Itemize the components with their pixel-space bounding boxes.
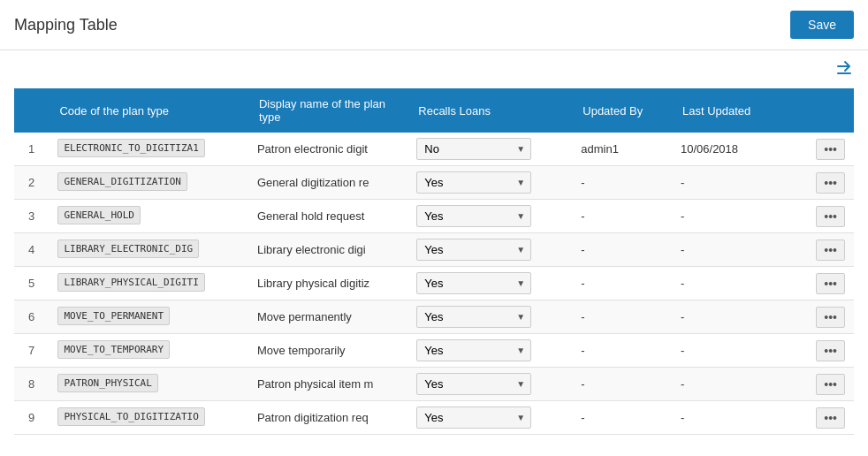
row-display-name: General digitization re (248, 166, 407, 200)
row-recalls[interactable]: NoYes▼ (407, 233, 572, 267)
row-code: PHYSICAL_TO_DIGITIZATIO (49, 401, 247, 435)
row-last-updated: - (672, 200, 802, 233)
table-row: 7MOVE_TO_TEMPORARYMove temporarilyNoYes▼… (14, 334, 854, 368)
row-updated-by: - (572, 267, 672, 300)
col-header-recalls: Recalls Loans (407, 88, 572, 133)
row-updated-by: - (572, 334, 672, 368)
row-actions[interactable]: ••• (802, 233, 854, 267)
row-menu-button[interactable]: ••• (816, 407, 845, 429)
row-actions[interactable]: ••• (802, 300, 854, 334)
row-recalls[interactable]: NoYes▼ (407, 200, 572, 233)
recalls-select[interactable]: NoYes (417, 206, 530, 226)
save-button[interactable]: Save (790, 11, 854, 39)
row-recalls[interactable]: NoYes▼ (407, 300, 572, 334)
code-badge: PATRON_PHYSICAL (57, 374, 157, 392)
row-code: LIBRARY_PHYSICAL_DIGITI (49, 267, 247, 300)
row-recalls[interactable]: NoYes▼ (407, 334, 572, 368)
row-code: MOVE_TO_PERMANENT (49, 300, 247, 334)
row-actions[interactable]: ••• (802, 368, 854, 401)
recalls-select[interactable]: NoYes (417, 307, 530, 327)
code-badge: LIBRARY_ELECTRONIC_DIG (57, 239, 199, 258)
row-menu-button[interactable]: ••• (816, 139, 845, 160)
col-header-code: Code of the plan type (49, 88, 247, 133)
row-display-name: Patron electronic digit (248, 133, 407, 166)
row-display-name: Patron physical item m (248, 368, 407, 401)
recalls-select[interactable]: NoYes (417, 139, 530, 159)
row-actions[interactable]: ••• (802, 267, 854, 300)
row-num: 5 (14, 267, 49, 300)
row-code: ELECTRONIC_TO_DIGITIZA1 (49, 133, 247, 166)
row-last-updated: - (672, 334, 802, 368)
recalls-select[interactable]: NoYes (417, 374, 530, 394)
row-last-updated: - (672, 267, 802, 300)
table-row: 3GENERAL_HOLDGeneral hold requestNoYes▼-… (14, 200, 854, 233)
row-recalls[interactable]: NoYes▼ (407, 401, 572, 435)
row-actions[interactable]: ••• (802, 133, 854, 166)
recalls-select[interactable]: NoYes (417, 340, 530, 361)
row-num: 2 (14, 166, 49, 200)
row-updated-by: - (572, 300, 672, 334)
table-row: 9PHYSICAL_TO_DIGITIZATIOPatron digitizat… (14, 401, 854, 435)
row-display-name: Library electronic digi (248, 233, 407, 267)
col-header-display: Display name of the plan type (248, 88, 407, 133)
code-badge: MOVE_TO_PERMANENT (57, 307, 170, 325)
col-header-updated-by: Updated By (572, 88, 672, 133)
page-title: Mapping Table (14, 16, 118, 34)
row-actions[interactable]: ••• (802, 166, 854, 200)
row-code: GENERAL_DIGITIZATION (49, 166, 247, 200)
row-actions[interactable]: ••• (802, 200, 854, 233)
row-last-updated: - (672, 368, 802, 401)
table-container: Code of the plan type Display name of th… (0, 88, 868, 449)
row-actions[interactable]: ••• (802, 401, 854, 435)
row-display-name: Library physical digitiz (248, 267, 407, 300)
row-menu-button[interactable]: ••• (816, 273, 845, 294)
row-last-updated: - (672, 401, 802, 435)
code-badge: PHYSICAL_TO_DIGITIZATIO (57, 407, 204, 426)
row-updated-by: - (572, 166, 672, 200)
row-recalls[interactable]: NoYes▼ (407, 166, 572, 200)
recalls-select[interactable]: NoYes (417, 273, 530, 293)
row-recalls[interactable]: NoYes▼ (407, 368, 572, 401)
row-display-name: Move temporarily (248, 334, 407, 368)
row-actions[interactable]: ••• (802, 334, 854, 368)
export-icon[interactable] (834, 57, 854, 81)
row-num: 4 (14, 233, 49, 267)
row-num: 9 (14, 401, 49, 435)
mapping-table: Code of the plan type Display name of th… (14, 88, 854, 435)
row-num: 3 (14, 200, 49, 233)
recalls-select[interactable]: NoYes (417, 407, 530, 428)
col-header-last-updated: Last Updated (672, 88, 802, 133)
recalls-select[interactable]: NoYes (417, 239, 530, 260)
table-row: 1ELECTRONIC_TO_DIGITIZA1Patron electroni… (14, 133, 854, 166)
row-last-updated: - (672, 166, 802, 200)
col-header-actions (802, 88, 854, 133)
row-num: 8 (14, 368, 49, 401)
row-menu-button[interactable]: ••• (816, 206, 845, 227)
row-recalls[interactable]: NoYes▼ (407, 133, 572, 166)
table-row: 6MOVE_TO_PERMANENTMove permanentlyNoYes▼… (14, 300, 854, 334)
table-row: 5LIBRARY_PHYSICAL_DIGITILibrary physical… (14, 267, 854, 300)
row-menu-button[interactable]: ••• (816, 172, 845, 194)
row-code: PATRON_PHYSICAL (49, 368, 247, 401)
code-badge: MOVE_TO_TEMPORARY (57, 340, 170, 359)
row-num: 6 (14, 300, 49, 334)
row-menu-button[interactable]: ••• (816, 307, 845, 328)
table-row: 2GENERAL_DIGITIZATIONGeneral digitizatio… (14, 166, 854, 200)
row-menu-button[interactable]: ••• (816, 340, 845, 361)
code-badge: ELECTRONIC_TO_DIGITIZA1 (57, 139, 204, 157)
recalls-select[interactable]: NoYes (417, 172, 530, 193)
row-recalls[interactable]: NoYes▼ (407, 267, 572, 300)
code-badge: GENERAL_DIGITIZATION (57, 172, 187, 191)
row-updated-by: - (572, 401, 672, 435)
table-row: 4LIBRARY_ELECTRONIC_DIGLibrary electroni… (14, 233, 854, 267)
page-header: Mapping Table Save (0, 0, 868, 50)
toolbar (0, 50, 868, 88)
row-code: MOVE_TO_TEMPORARY (49, 334, 247, 368)
row-menu-button[interactable]: ••• (816, 374, 845, 395)
row-code: GENERAL_HOLD (49, 200, 247, 233)
row-menu-button[interactable]: ••• (816, 239, 845, 261)
code-badge: LIBRARY_PHYSICAL_DIGITI (57, 273, 204, 292)
row-updated-by: - (572, 368, 672, 401)
row-last-updated: 10/06/2018 (672, 133, 802, 166)
row-code: LIBRARY_ELECTRONIC_DIG (49, 233, 247, 267)
